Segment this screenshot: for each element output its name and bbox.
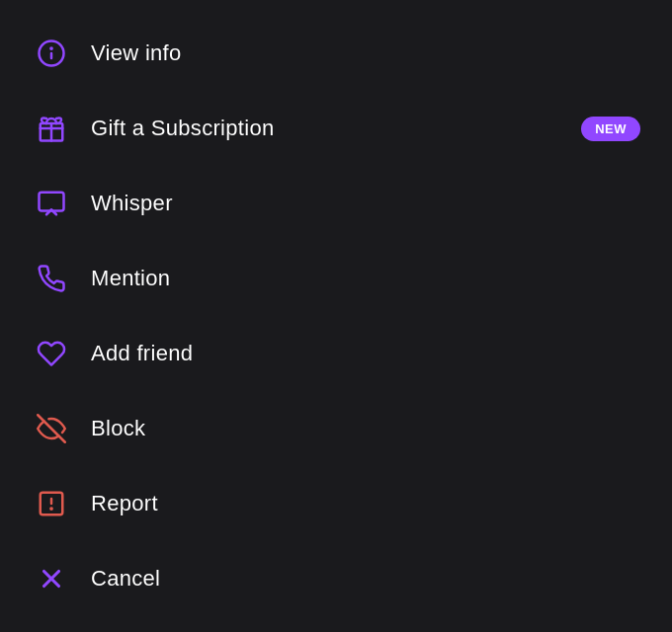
- cancel-label: Cancel: [91, 566, 160, 592]
- chat-icon: [32, 184, 71, 223]
- context-menu: View info Gift a Subscription NEW Whispe…: [0, 8, 672, 624]
- menu-item-mention[interactable]: Mention: [0, 241, 672, 316]
- info-circle-icon: [32, 34, 71, 73]
- add-friend-label: Add friend: [91, 341, 193, 366]
- menu-item-cancel[interactable]: Cancel: [0, 541, 672, 616]
- report-label: Report: [91, 491, 158, 516]
- gift-subscription-label: Gift a Subscription: [91, 116, 274, 141]
- phone-icon: [32, 259, 71, 298]
- menu-item-whisper[interactable]: Whisper: [0, 166, 672, 241]
- menu-item-view-info[interactable]: View info: [0, 16, 672, 91]
- eye-slash-icon: [32, 409, 71, 448]
- x-icon: [32, 559, 71, 598]
- menu-item-gift-subscription[interactable]: Gift a Subscription NEW: [0, 91, 672, 166]
- mention-label: Mention: [91, 266, 170, 291]
- view-info-label: View info: [91, 40, 182, 66]
- menu-item-add-friend[interactable]: Add friend: [0, 316, 672, 391]
- svg-rect-5: [40, 193, 64, 211]
- menu-item-block[interactable]: Block: [0, 391, 672, 466]
- report-icon: [32, 484, 71, 523]
- menu-item-report[interactable]: Report: [0, 466, 672, 541]
- gift-icon: [32, 109, 71, 148]
- block-label: Block: [91, 416, 145, 441]
- heart-icon: [32, 334, 71, 373]
- new-badge: NEW: [581, 117, 640, 141]
- whisper-label: Whisper: [91, 191, 173, 216]
